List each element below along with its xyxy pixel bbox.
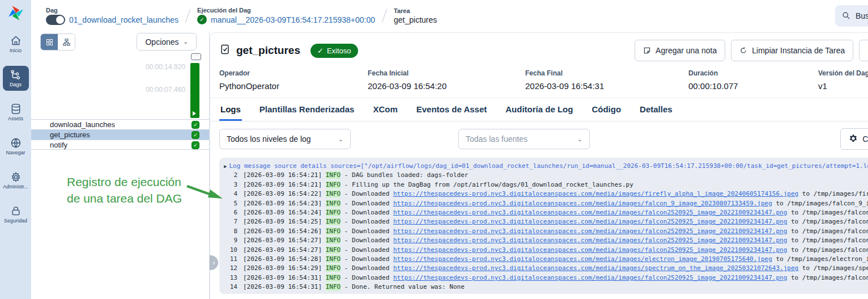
- tab-logs[interactable]: Logs: [219, 98, 242, 121]
- breadcrumb-dag-run: Ejecución del Dag ✓ manual__2026-03-09T1…: [197, 7, 375, 24]
- log-line: 11[2026-03-09 16:54:28] INFO - Downloade…: [224, 255, 868, 264]
- log-level-badge: INFO: [326, 237, 341, 244]
- log-level-badge: INFO: [326, 246, 341, 254]
- sidebar-item-administrar[interactable]: Administr...: [3, 168, 29, 193]
- log-url-link[interactable]: https://thespacedevs-prod.nyc3.digitaloc…: [393, 255, 772, 263]
- clear-task-label: Limpiar Instancia de Tarea: [752, 46, 845, 55]
- log-line-content: [2026-03-09 16:54:28] INFO - Downloaded …: [243, 255, 868, 264]
- sidebar-item-inicio[interactable]: Inicio: [3, 32, 29, 57]
- log-level-badge: INFO: [326, 200, 341, 207]
- tab-details[interactable]: Detalles: [639, 98, 674, 121]
- chevron-right-icon[interactable]: ›: [210, 255, 218, 270]
- log-url-link[interactable]: https://thespacedevs-prod.nyc3.digitaloc…: [393, 200, 772, 207]
- log-line-content: [2026-03-09 16:54:21] INFO - DAG bundles…: [243, 171, 868, 180]
- tab-asset-events[interactable]: Eventos de Asset: [415, 98, 488, 121]
- add-note-label: Agregar una nota: [656, 46, 717, 55]
- log-url-link[interactable]: https://thespacedevs-prod.nyc3.digitaloc…: [393, 274, 787, 281]
- task-success-icon[interactable]: ✓: [192, 121, 199, 129]
- tab-code[interactable]: Código: [590, 98, 622, 121]
- meta-label: Fecha Inicial: [368, 69, 525, 77]
- expand-triangle-icon[interactable]: ▶: [224, 163, 227, 169]
- log-url-link[interactable]: https://thespacedevs-prod.nyc3.digitaloc…: [393, 264, 798, 272]
- keyboard-shortcuts-icon[interactable]: [191, 53, 201, 60]
- log-url-link[interactable]: https://thespacedevs-prod.nyc3.digitaloc…: [393, 190, 798, 197]
- log-line-content: [2026-03-09 16:54:27] INFO - Downloaded …: [243, 236, 868, 245]
- log-line-content: [2026-03-09 16:54:27] INFO - Downloaded …: [243, 246, 868, 255]
- log-line-content: [2026-03-09 16:54:29] INFO - Downloaded …: [243, 264, 868, 273]
- log-url-link[interactable]: https://thespacedevs-prod.nyc3.digitaloc…: [393, 209, 787, 216]
- tab-xcom[interactable]: XCom: [372, 98, 398, 121]
- nav-sidebar: Inicio Dags Assets Navegar Administr... …: [0, 0, 31, 299]
- task-list: download_launches ✓ get_pictures ✓ notif…: [31, 119, 209, 150]
- log-line: 8[2026-03-09 16:54:26] INFO - Downloaded…: [224, 227, 868, 236]
- tab-log-audit[interactable]: Auditoría de Log: [504, 98, 574, 121]
- globe-icon: [10, 137, 22, 149]
- task-row-download-launches[interactable]: download_launches ✓: [31, 119, 209, 129]
- log-source-line[interactable]: ▶Log message source details sources=["/o…: [224, 162, 868, 171]
- breadcrumb-dag-label: Dag: [46, 7, 178, 14]
- sidebar-item-seguridad[interactable]: Seguridad: [3, 202, 29, 227]
- log-line: 4[2026-03-09 16:54:22] INFO - Downloaded…: [224, 189, 868, 199]
- sidebar-item-dags[interactable]: Dags: [3, 66, 29, 91]
- log-line: 10[2026-03-09 16:54:27] INFO - Downloade…: [224, 246, 868, 255]
- log-level-badge: INFO: [326, 264, 341, 272]
- meta-value: 00:00:10.077: [688, 81, 818, 91]
- database-icon: [10, 103, 22, 115]
- log-url-link[interactable]: https://thespacedevs-prod.nyc3.digitaloc…: [393, 237, 787, 244]
- dag-pause-toggle[interactable]: [46, 15, 65, 25]
- breadcrumb-run-label: Ejecución del Dag: [197, 7, 375, 14]
- log-line-content: [2026-03-09 16:54:22] INFO - Downloaded …: [243, 189, 868, 199]
- breadcrumb-run-link[interactable]: manual__2026-03-09T16:54:17.215938+00:00: [211, 15, 375, 24]
- log-level-badge: INFO: [326, 171, 341, 179]
- log-url-link[interactable]: https://thespacedevs-prod.nyc3.digitaloc…: [393, 246, 787, 254]
- log-line-number: 14: [224, 283, 237, 292]
- log-line: 13[2026-03-09 16:54:31] INFO - Downloade…: [224, 273, 868, 283]
- meta-label: Versión del Dag: [818, 69, 868, 77]
- grid-view-button[interactable]: [41, 34, 58, 50]
- log-line-content: [2026-03-09 16:54:31] INFO - Downloaded …: [243, 273, 868, 283]
- sidebar-item-label: Administr...: [3, 184, 28, 189]
- sidebar-item-assets[interactable]: Assets: [3, 100, 29, 125]
- log-url-link[interactable]: https://thespacedevs-prod.nyc3.digitaloc…: [393, 228, 787, 235]
- graph-view-button[interactable]: [58, 34, 75, 50]
- airflow-logo-icon: [7, 5, 24, 22]
- search-dags-box[interactable]: Buscar Dags Ctrl+K: [835, 5, 868, 27]
- breadcrumb-separator: [382, 9, 388, 23]
- meta-value: 2026-03-09 16:54:20: [368, 81, 525, 91]
- status-badge-label: Exitoso: [327, 47, 351, 55]
- meta-duration: Duración 00:00:10.077: [688, 69, 818, 91]
- log-line: 6[2026-03-09 16:54:24] INFO - Downloaded…: [224, 208, 868, 217]
- breadcrumb-dag-link[interactable]: 01_download_rocket_launches: [69, 15, 178, 24]
- run-duration-bar[interactable]: [190, 63, 199, 118]
- tab-rendered-templates[interactable]: Plantillas Renderizadas: [258, 98, 356, 121]
- log-level-value: Todos los niveles de log: [227, 134, 311, 144]
- log-source-select[interactable]: Todas las fuentes ⌄: [458, 129, 590, 149]
- task-success-icon[interactable]: ✓: [192, 141, 199, 149]
- task-row-get-pictures[interactable]: get_pictures ✓: [31, 129, 209, 140]
- duration-tick: 00:00:14.920: [146, 63, 185, 71]
- detail-tabs: Logs Plantillas Renderizadas XCom Evento…: [210, 98, 868, 121]
- mark-task-instance-as-button[interactable]: Marcar Instancia de Tarea como... ▾: [859, 40, 868, 61]
- meta-value: 2026-03-09 16:54:31: [525, 81, 688, 91]
- task-row-notify[interactable]: notify ✓: [31, 140, 209, 150]
- sidebar-item-label: Inicio: [10, 48, 22, 53]
- log-settings-button[interactable]: Configuración de logs: [840, 128, 868, 150]
- log-level-select[interactable]: Todos los niveles de log ⌄: [219, 129, 351, 149]
- log-line: 2[2026-03-09 16:54:21] INFO - DAG bundle…: [224, 171, 868, 180]
- log-line: 7[2026-03-09 16:54:25] INFO - Downloaded…: [224, 217, 868, 226]
- log-line-number: 7: [224, 217, 237, 226]
- refresh-icon: [739, 47, 747, 54]
- log-line-content: [2026-03-09 16:54:24] INFO - Downloaded …: [243, 208, 868, 217]
- sidebar-item-navegar[interactable]: Navegar: [3, 134, 29, 159]
- add-note-button[interactable]: Agregar una nota: [635, 40, 725, 61]
- clear-task-instance-button[interactable]: Limpiar Instancia de Tarea: [731, 40, 853, 61]
- log-viewer[interactable]: ▶Log message source details sources=["/o…: [219, 158, 868, 294]
- log-line: 12[2026-03-09 16:54:29] INFO - Downloade…: [224, 264, 868, 273]
- log-level-badge: INFO: [326, 274, 341, 281]
- sidebar-item-label: Dags: [10, 82, 22, 87]
- meta-label: Operador: [219, 69, 368, 77]
- log-url-link[interactable]: https://thespacedevs-prod.nyc3.digitaloc…: [393, 218, 787, 225]
- options-dropdown[interactable]: Opciones ⌄: [137, 33, 197, 50]
- task-success-icon[interactable]: ✓: [192, 131, 199, 139]
- task-name: download_launches: [50, 120, 115, 129]
